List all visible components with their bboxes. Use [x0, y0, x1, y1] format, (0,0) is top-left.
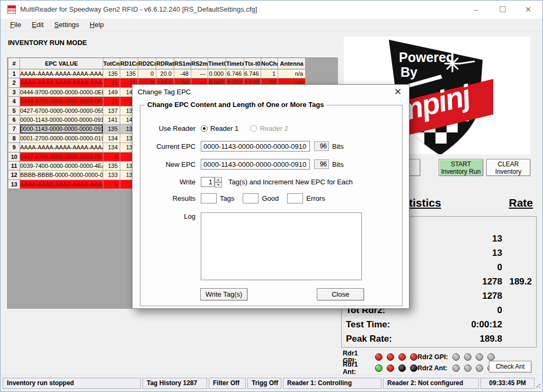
- value-cell: 135: [103, 124, 120, 133]
- value-cell: 134: [103, 143, 120, 152]
- current-bits-box: 96: [314, 141, 329, 151]
- errors-label: Errors: [306, 194, 325, 202]
- write-count-spinner[interactable]: 1: [201, 177, 215, 187]
- value-cell: 0.000: [208, 69, 226, 78]
- stat-value: 13: [420, 234, 502, 244]
- column-header[interactable]: RS2mx: [191, 58, 208, 69]
- led-group-label: Rdr1 Ant:: [343, 361, 371, 376]
- column-header[interactable]: RS1mx: [174, 58, 191, 69]
- row-number-cell: 4: [8, 97, 20, 106]
- column-header[interactable]: NoChg: [261, 58, 278, 69]
- stat-label: Test Time:: [346, 319, 420, 330]
- row-number-cell: 12: [8, 171, 20, 180]
- status-segment: Filter Off: [209, 378, 246, 389]
- epc-cell: AAAA-AAAA-AAAA-AAAA-AAAA-0003: [20, 78, 103, 87]
- column-header[interactable]: RD1Cnt: [120, 58, 138, 69]
- value-cell: 21: [103, 78, 120, 87]
- column-header[interactable]: Timet0: [208, 58, 226, 69]
- menu-item-ettings[interactable]: Settings: [49, 20, 84, 30]
- start-inventory-run-button[interactable]: START Inventory Run: [439, 159, 483, 176]
- led-indicator-black: [410, 364, 417, 372]
- reader1-label[interactable]: Reader 1: [210, 124, 238, 132]
- led-indicator-red: [410, 353, 417, 361]
- close-button[interactable]: ✕: [517, 1, 540, 18]
- row-number-cell: 3: [8, 88, 20, 97]
- led-indicator-gray: [452, 364, 460, 372]
- menu-accel: E: [32, 21, 37, 29]
- value-cell: 6.746: [226, 69, 244, 78]
- led-indicator-red: [398, 353, 406, 361]
- rate-header: Rate: [480, 197, 533, 209]
- row-number-cell: 13: [8, 180, 20, 189]
- column-header[interactable]: RDRate: [156, 58, 174, 69]
- value-cell: ---: [191, 69, 208, 78]
- spin-down-icon[interactable]: ▼: [215, 182, 222, 188]
- table-row[interactable]: 1AAAA-AAAA-AAAA-AAAA-AAAA-0002135135020.…: [8, 69, 306, 78]
- minimize-button[interactable]: –: [465, 1, 488, 18]
- dialog-close-button[interactable]: Close: [317, 288, 364, 300]
- value-cell: 1: [261, 69, 278, 78]
- led-indicator-gray: [464, 364, 471, 372]
- check-ant-button[interactable]: Check Ant: [489, 361, 531, 372]
- column-header[interactable]: Ttx-t0: [244, 58, 261, 69]
- status-segment: Tag History 1287: [143, 378, 207, 389]
- current-epc-label: Current EPC: [140, 142, 195, 150]
- stat-value: 0: [420, 305, 502, 316]
- led-indicator-gray: [476, 353, 483, 361]
- column-header[interactable]: Timetx: [226, 58, 244, 69]
- menu-label: ile: [14, 21, 21, 29]
- column-header[interactable]: Antenna: [278, 58, 306, 69]
- use-reader-label: Use Reader: [140, 124, 195, 132]
- led-indicator-area: Rdr1 GPI:Rdr2 GPI:Rdr1 Ant:Rdr2 Ant:: [343, 351, 495, 373]
- epc-cell: 0427-6700-0000-0000-0000-055C: [20, 106, 103, 115]
- row-number-cell: 10: [8, 153, 20, 162]
- stat-rate: 189.2: [502, 277, 532, 287]
- menu-item-dit[interactable]: Edit: [26, 20, 49, 30]
- write-label: Write: [140, 178, 195, 186]
- column-header[interactable]: RD2Cnt: [138, 58, 156, 69]
- app-icon: RFID: [7, 5, 16, 14]
- column-header[interactable]: #: [8, 58, 20, 69]
- value-cell: 133: [103, 171, 120, 180]
- maximize-button[interactable]: ☐: [491, 1, 514, 18]
- row-number-cell: 7: [8, 124, 20, 133]
- change-tag-epc-dialog: Change Tag EPC ✕ Change EPC Content and …: [132, 84, 410, 309]
- stat-value: 1278: [420, 291, 502, 301]
- log-textarea[interactable]: [201, 212, 362, 280]
- value-cell: 134: [103, 134, 120, 143]
- current-epc-input[interactable]: [201, 141, 310, 152]
- column-header[interactable]: TotCnt: [103, 58, 120, 69]
- column-header[interactable]: EPC VALUE: [20, 58, 103, 69]
- results-errors-box: [287, 193, 303, 203]
- value-cell: 8: [103, 153, 120, 162]
- value-cell: 137: [103, 106, 120, 115]
- reader2-radio[interactable]: [250, 125, 257, 132]
- value-cell: n/a: [278, 69, 306, 78]
- spin-up-icon[interactable]: ▲: [215, 177, 222, 182]
- value-cell: 135: [103, 162, 120, 171]
- value-cell: 135: [103, 69, 120, 78]
- new-epc-input[interactable]: [201, 159, 310, 170]
- stat-value: 13: [420, 248, 502, 259]
- led-group: Rdr2 Ant:: [417, 362, 495, 373]
- clear-inventory-button[interactable]: CLEAR Inventory: [486, 159, 530, 176]
- menu-item-elp[interactable]: Help: [84, 20, 109, 30]
- value-cell: -48: [174, 69, 191, 78]
- row-number-cell: 8: [8, 134, 20, 143]
- new-bits-box: 96: [314, 159, 329, 169]
- tags-label: Tags: [220, 194, 234, 202]
- epc-cell: 0039-7400-0000-0000-0000-4EA7: [20, 162, 103, 171]
- write-tags-button[interactable]: Write Tag(s): [200, 288, 247, 300]
- stat-row: Peak Rate:189.8: [342, 332, 536, 346]
- led-indicator-gray: [487, 353, 495, 361]
- dialog-title-bar[interactable]: Change Tag EPC ✕: [132, 85, 409, 99]
- reader1-radio[interactable]: [201, 125, 208, 132]
- spinner-buttons[interactable]: ▲ ▼: [215, 177, 222, 187]
- menu-item-ile[interactable]: File: [5, 20, 26, 30]
- inventory-run-mode-label: INVENTORY RUN MODE: [8, 39, 87, 47]
- stat-value: 0: [420, 262, 502, 273]
- dialog-close-icon[interactable]: ✕: [392, 86, 404, 97]
- epc-cell: 0000-1143-0000-0000-0000-0910: [20, 124, 103, 133]
- status-bar: Inventory run stoppedTag History 1287Fil…: [1, 375, 542, 392]
- epc-cell: AAAA-AAAA-AAAA-AAAA-AAAA-0002: [20, 69, 103, 78]
